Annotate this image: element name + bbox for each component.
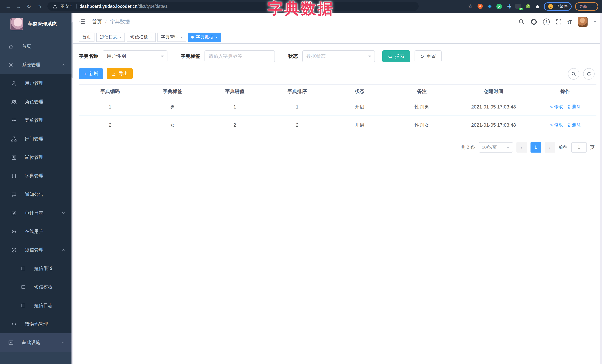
url-domain: dashboard.yudao.iocoder.cn [79, 4, 138, 9]
main-content: 首页 / 字典数据 ? 首页 短信日志 短信模板 字典管理 字典数据 字典名称 [73, 13, 602, 364]
edit-icon [549, 104, 553, 109]
address-bar[interactable]: 不安全 dashboard.yudao.iocoder.cn/dict/type… [47, 2, 419, 11]
prev-page-button[interactable] [516, 142, 527, 153]
current-page-button[interactable]: 1 [530, 142, 541, 153]
extension-puzzle-icon[interactable] [534, 3, 540, 10]
status-select[interactable]: 数据状态 [302, 50, 375, 62]
table-row[interactable]: 2 女 2 2 开启 性别女 2021-01-05 17:03:48 修改 删除 [79, 116, 596, 134]
cell-dict-value: 2 [204, 122, 266, 128]
edit-label: 修改 [554, 122, 563, 128]
cell-actions: 修改 删除 [534, 104, 596, 110]
profile-paused-chip[interactable]: 已暂停 [544, 2, 572, 10]
add-button[interactable]: 新增 [79, 68, 103, 79]
back-icon[interactable] [4, 2, 13, 11]
goto-label: 前往 [559, 144, 568, 151]
trash-icon [567, 105, 571, 109]
pagination: 共 2 条 10条/页 1 前往 页 [79, 142, 595, 153]
breadcrumb-separator: / [105, 19, 107, 24]
font-size-icon[interactable] [567, 18, 572, 25]
bookmark-star-icon[interactable] [467, 3, 473, 10]
toggle-search-button[interactable] [568, 68, 580, 80]
fullscreen-icon[interactable] [556, 19, 561, 25]
tab-label: 短信日志 [100, 34, 118, 40]
delete-link[interactable]: 删除 [567, 122, 581, 128]
sidebar-item-infrastructure[interactable]: 基础设施 [0, 333, 72, 352]
table-mini-buttons [568, 68, 595, 80]
dict-name-select[interactable]: 用户性别 [103, 50, 167, 62]
tab-home[interactable]: 首页 [79, 32, 95, 42]
delete-label: 删除 [572, 122, 581, 128]
edit-link[interactable]: 修改 [549, 104, 563, 110]
sidebar-logo-row[interactable]: 芋道管理系统 [0, 13, 73, 36]
extension-orange-icon[interactable] [477, 3, 483, 10]
extension-leaf-icon[interactable] [525, 3, 531, 10]
sidebar-item-error-code[interactable]: 错误码管理 [0, 315, 72, 333]
next-page-button[interactable] [544, 142, 555, 153]
sidebar-item-label: 短信日志 [34, 302, 53, 309]
search-button[interactable]: 搜索 [382, 50, 410, 62]
sidebar-item-system-manage[interactable]: 系统管理 [0, 56, 72, 74]
page-size-select[interactable]: 10条/页 [478, 142, 513, 153]
extension-gem-icon[interactable] [486, 3, 493, 10]
sidebar-item-online-users[interactable]: 在线用户 [0, 222, 72, 241]
sidebar-item-user-manage[interactable]: 用户管理 [0, 74, 72, 93]
url-text: dashboard.yudao.iocoder.cn/dict/type/dat… [79, 4, 168, 9]
tab-sms-template[interactable]: 短信模板 [127, 32, 156, 42]
update-button[interactable]: 更新 [575, 2, 598, 10]
sidebar-item-notice[interactable]: 通知公告 [0, 185, 72, 204]
table-toolbar: 新增 导出 [79, 68, 596, 79]
edit-link[interactable]: 修改 [549, 122, 563, 128]
sidebar-item-dept-manage[interactable]: 部门管理 [0, 130, 72, 148]
refresh-icon [586, 72, 591, 76]
sidebar-item-sms-template[interactable]: 短信模板 [0, 278, 72, 296]
sidebar-item-role-manage[interactable]: 角色管理 [0, 93, 72, 111]
sidebar-item-home[interactable]: 首页 [0, 37, 72, 56]
refresh-table-button[interactable] [583, 68, 595, 80]
chevron-down-icon[interactable] [593, 21, 596, 23]
sidebar-item-post-manage[interactable]: 岗位管理 [0, 148, 72, 167]
sidebar-item-sms-channel[interactable]: 短信渠道 [0, 259, 72, 278]
search-button-label: 搜索 [395, 53, 405, 60]
breadcrumb: 首页 / 字典数据 [92, 18, 130, 25]
extension-check-icon[interactable] [496, 3, 502, 10]
close-icon[interactable] [215, 35, 218, 40]
filter-form: 字典名称 用户性别 字典标签 请输入字典标签 状态 数据状态 搜索 重 [73, 44, 602, 62]
home-icon[interactable] [35, 2, 44, 11]
export-button-label: 导出 [118, 71, 128, 77]
sidebar-scrollbar-thumb[interactable] [72, 22, 73, 78]
table-row[interactable]: 1 男 1 1 开启 性别男 2021-01-05 17:03:48 修改 删除 [79, 98, 596, 116]
sidebar-fold-icon[interactable] [79, 19, 85, 25]
avatar[interactable] [578, 17, 588, 26]
paused-label: 已暂停 [555, 3, 568, 9]
delete-link[interactable]: 删除 [567, 104, 581, 110]
sidebar-scrollbar[interactable] [72, 13, 73, 364]
extension-sliders-icon[interactable] [506, 3, 512, 10]
sidebar-item-label: 错误码管理 [25, 321, 48, 327]
window-scrollbar[interactable] [600, 13, 602, 364]
extension-on-badge-icon[interactable]: on [515, 4, 521, 9]
tab-sms-log[interactable]: 短信日志 [96, 32, 125, 42]
sidebar-item-sms-manage[interactable]: 短信管理 [0, 241, 72, 259]
sidebar-item-sms-log[interactable]: 短信日志 [0, 296, 72, 315]
export-button[interactable]: 导出 [107, 68, 133, 79]
goto-page-input[interactable] [571, 142, 587, 153]
search-icon[interactable] [518, 19, 524, 25]
close-icon[interactable] [150, 35, 152, 40]
reset-button[interactable]: 重置 [415, 50, 441, 62]
shield-icon [11, 247, 17, 253]
dict-label-input[interactable]: 请输入字典标签 [204, 50, 275, 62]
reload-icon[interactable] [24, 2, 33, 11]
close-icon[interactable] [119, 35, 122, 40]
tab-dict-data[interactable]: 字典数据 [188, 32, 221, 42]
sidebar-item-audit-log[interactable]: 审计日志 [0, 204, 72, 222]
close-icon[interactable] [180, 35, 183, 40]
breadcrumb-home[interactable]: 首页 [92, 18, 102, 25]
sidebar-item-dict-manage[interactable]: 字典管理 [0, 167, 72, 185]
tab-dict-manage[interactable]: 字典管理 [157, 32, 186, 42]
sidebar-item-menu-manage[interactable]: 菜单管理 [0, 111, 72, 130]
help-icon[interactable]: ? [543, 18, 549, 25]
chevron-up-icon [61, 248, 65, 252]
forward-icon[interactable] [14, 2, 23, 11]
kebab-menu-icon[interactable] [590, 4, 594, 9]
github-icon[interactable] [530, 18, 537, 25]
